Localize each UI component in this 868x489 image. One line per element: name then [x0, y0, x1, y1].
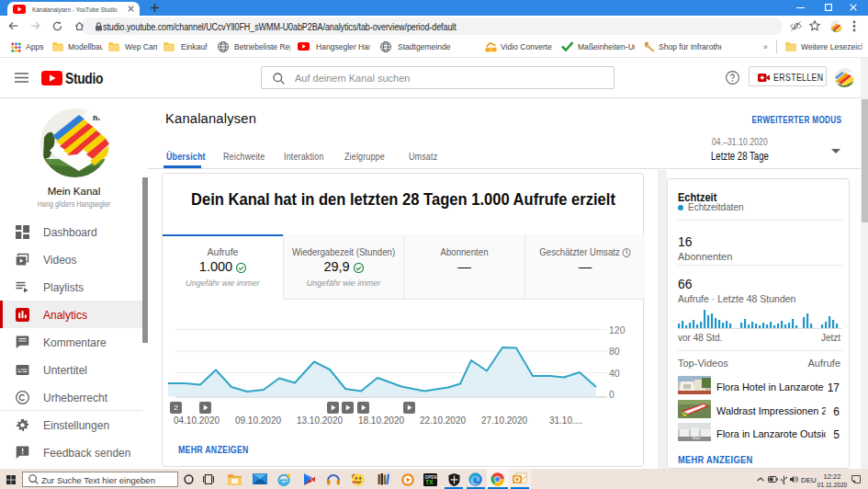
svg-text:120: 120 — [609, 324, 626, 335]
svg-text:Hotel: Hotel — [693, 437, 700, 440]
svg-text:m: m — [93, 113, 100, 122]
svg-text:0: 0 — [609, 389, 614, 400]
svg-text:40: 40 — [609, 368, 620, 379]
svg-text:80: 80 — [609, 346, 620, 357]
svg-text:TX: TX — [425, 479, 434, 485]
